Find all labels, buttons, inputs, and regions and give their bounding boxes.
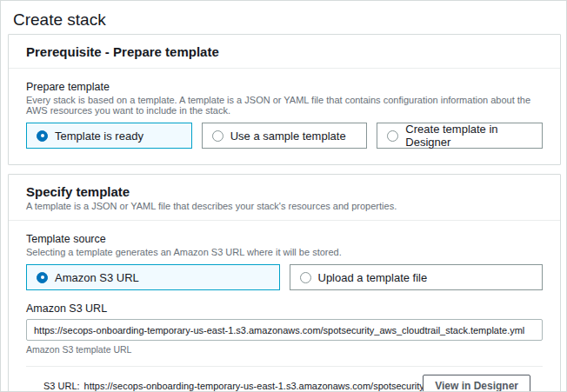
amazon-s3-url-helper: Amazon S3 template URL — [26, 344, 543, 355]
radio-checked-icon — [37, 272, 48, 283]
option-label: Use a sample template — [230, 130, 346, 143]
option-amazon-s3-url[interactable]: Amazon S3 URL — [26, 264, 280, 290]
option-label: Upload a template file — [318, 271, 428, 284]
template-source-options: Amazon S3 URL Upload a template file — [26, 264, 543, 290]
create-stack-page: Create stack Prerequisite - Prepare temp… — [0, 0, 567, 392]
prerequisite-panel-title: Prerequisite - Prepare template — [26, 44, 543, 59]
view-in-designer-button[interactable]: View in Designer — [423, 375, 530, 392]
specify-template-title: Specify template — [26, 184, 543, 199]
prerequisite-panel: Prerequisite - Prepare template Prepare … — [8, 34, 561, 165]
option-template-is-ready[interactable]: Template is ready — [26, 123, 192, 149]
s3-url-summary: S3 URL:https://secops-onboarding-tempora… — [43, 381, 423, 391]
option-use-sample-template[interactable]: Use a sample template — [202, 123, 368, 149]
option-upload-template-file[interactable]: Upload a template file — [290, 264, 544, 290]
s3-url-summary-value: https://secops-onboarding-temporary-us-e… — [84, 381, 424, 391]
option-label: Amazon S3 URL — [55, 271, 139, 284]
prepare-template-options: Template is ready Use a sample template … — [26, 123, 543, 149]
amazon-s3-url-input[interactable] — [26, 319, 543, 341]
amazon-s3-url-label: Amazon S3 URL — [26, 302, 543, 315]
prerequisite-panel-header: Prerequisite - Prepare template — [9, 35, 560, 69]
page-title: Create stack — [1, 1, 566, 34]
template-source-description: Selecting a template generates an Amazon… — [26, 247, 543, 257]
radio-checked-icon — [37, 130, 48, 142]
s3-url-summary-label: S3 URL: — [43, 381, 80, 391]
option-label: Create template in Designer — [405, 123, 532, 149]
template-source-label: Template source — [26, 233, 543, 245]
radio-unchecked-icon — [300, 272, 311, 283]
specify-template-panel-header: Specify template A template is a JSON or… — [9, 175, 560, 221]
radio-unchecked-icon — [212, 130, 223, 142]
specify-template-footer: S3 URL:https://secops-onboarding-tempora… — [26, 366, 543, 392]
prepare-template-description: Every stack is based on a template. A te… — [26, 95, 543, 116]
specify-template-body: Template source Selecting a template gen… — [9, 221, 560, 392]
prerequisite-panel-body: Prepare template Every stack is based on… — [9, 69, 560, 164]
option-label: Template is ready — [55, 130, 143, 143]
radio-unchecked-icon — [387, 130, 398, 142]
specify-template-description: A template is a JSON or YAML file that d… — [26, 201, 543, 211]
option-create-template-designer[interactable]: Create template in Designer — [377, 123, 543, 149]
prepare-template-label: Prepare template — [26, 81, 543, 93]
specify-template-panel: Specify template A template is a JSON or… — [8, 174, 561, 392]
